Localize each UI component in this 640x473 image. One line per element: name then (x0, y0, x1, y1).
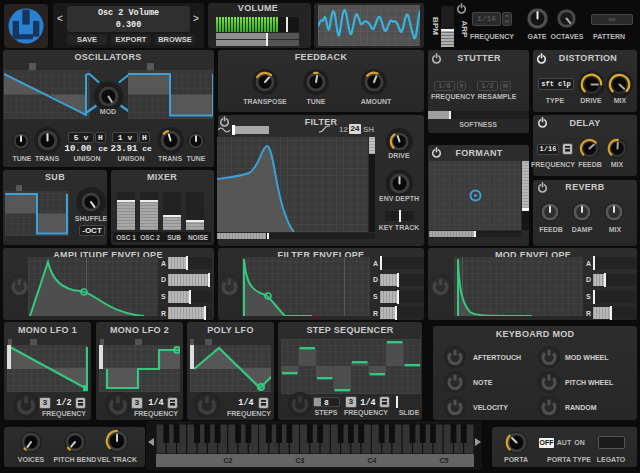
svg-text:C4: C4 (368, 457, 377, 464)
svg-text:C2: C2 (224, 457, 233, 464)
svg-text:C3: C3 (296, 457, 305, 464)
svg-text:C5: C5 (440, 457, 449, 464)
